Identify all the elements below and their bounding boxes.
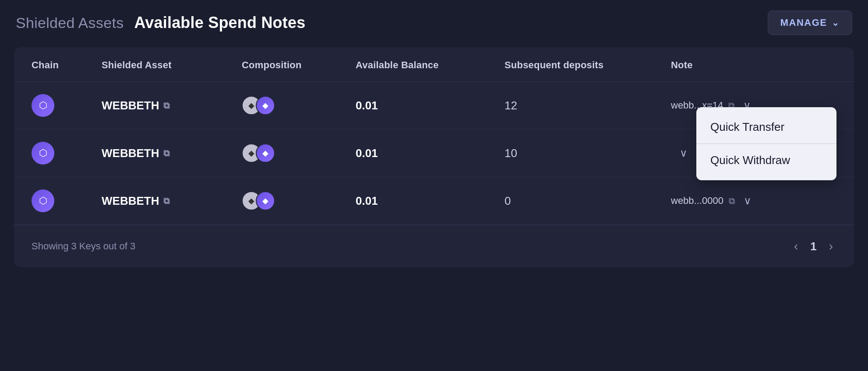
col-chain: Chain xyxy=(32,60,102,71)
available-balance-cell: 0.01 xyxy=(356,99,505,112)
external-link-icon[interactable]: ⧉ xyxy=(163,148,169,158)
composition-cell: ◆ ◆ xyxy=(242,191,356,210)
eth-icon: ⬡ xyxy=(39,147,47,159)
quick-transfer-item[interactable]: Quick Transfer xyxy=(696,111,836,144)
next-page-button[interactable]: › xyxy=(826,238,836,255)
subsequent-deposits-cell: 12 xyxy=(505,99,671,112)
note-cell: webb...0000 ⧉ ∨ xyxy=(671,195,836,207)
chain-cell: ⬡ xyxy=(32,94,102,117)
copy-icon[interactable]: ⧉ xyxy=(729,196,735,206)
col-shielded-asset: Shielded Asset xyxy=(102,60,242,71)
chevron-down-icon[interactable]: ∨ xyxy=(680,147,688,159)
chain-icon: ⬡ xyxy=(32,94,54,117)
note-text: webb...0000 xyxy=(671,195,723,206)
shielded-asset-name: WEBBETH xyxy=(102,99,159,112)
chain-cell: ⬡ xyxy=(32,189,102,212)
table-container: Chain Shielded Asset Composition Availab… xyxy=(14,47,854,267)
table-row: ⬡ WEBBETH ⧉ ◆ ◆ 0.01 0 webb...0000 ⧉ ∨ xyxy=(14,177,854,225)
col-composition: Composition xyxy=(242,60,356,71)
eth-icon: ⬡ xyxy=(39,100,47,111)
manage-button-label: MANAGE xyxy=(780,17,827,28)
external-link-icon[interactable]: ⧉ xyxy=(163,196,169,206)
table-footer: Showing 3 Keys out of 3 ‹ 1 › xyxy=(14,225,854,267)
shielded-asset-cell: WEBBETH ⧉ xyxy=(102,194,242,208)
header-left: Shielded Assets Available Spend Notes xyxy=(16,14,305,32)
quick-withdraw-item[interactable]: Quick Withdraw xyxy=(696,144,836,177)
page-container: Shielded Assets Available Spend Notes MA… xyxy=(14,10,854,267)
prev-page-button[interactable]: ‹ xyxy=(790,238,801,255)
subsequent-deposits-cell: 0 xyxy=(505,194,671,208)
available-balance-cell: 0.01 xyxy=(356,147,505,160)
shielded-asset-cell: WEBBETH ⧉ xyxy=(102,99,242,112)
external-link-icon[interactable]: ⧉ xyxy=(163,101,169,111)
manage-chevron-icon: ⌄ xyxy=(832,18,840,28)
dropdown-menu: Quick Transfer Quick Withdraw xyxy=(696,107,836,180)
comp-webb-icon: ◆ xyxy=(256,144,275,163)
comp-webb-icon: ◆ xyxy=(256,191,275,210)
col-available-balance: Available Balance xyxy=(356,60,505,71)
shielded-asset-name: WEBBETH xyxy=(102,147,159,160)
page-number: 1 xyxy=(810,240,816,253)
eth-icon: ⬡ xyxy=(39,195,47,206)
header: Shielded Assets Available Spend Notes MA… xyxy=(14,10,854,35)
comp-webb-icon: ◆ xyxy=(256,96,275,115)
composition-cell: ◆ ◆ xyxy=(242,96,356,115)
note-cell: webb...x=14 ⧉ ∨ Quick Transfer Quick Wit… xyxy=(671,99,836,112)
available-balance-cell: 0.01 xyxy=(356,194,505,208)
col-note: Note xyxy=(671,60,836,71)
available-spend-notes-label: Available Spend Notes xyxy=(134,14,305,32)
table-row: ⬡ WEBBETH ⧉ ◆ ◆ 0.01 12 webb...x=14 ⧉ ∨ … xyxy=(14,82,854,130)
composition-cell: ◆ ◆ xyxy=(242,144,356,163)
chain-cell: ⬡ xyxy=(32,142,102,164)
shielded-assets-label: Shielded Assets xyxy=(16,14,123,32)
col-subsequent-deposits: Subsequent deposits xyxy=(505,60,671,71)
shielded-asset-cell: WEBBETH ⧉ xyxy=(102,147,242,160)
shielded-asset-name: WEBBETH xyxy=(102,194,159,208)
manage-button[interactable]: MANAGE ⌄ xyxy=(768,10,852,35)
chain-icon: ⬡ xyxy=(32,142,54,164)
subsequent-deposits-cell: 10 xyxy=(505,147,671,160)
pagination: ‹ 1 › xyxy=(790,238,836,255)
table-header: Chain Shielded Asset Composition Availab… xyxy=(14,47,854,82)
chain-icon: ⬡ xyxy=(32,189,54,212)
showing-text: Showing 3 Keys out of 3 xyxy=(32,241,135,252)
chevron-down-icon[interactable]: ∨ xyxy=(744,195,752,207)
